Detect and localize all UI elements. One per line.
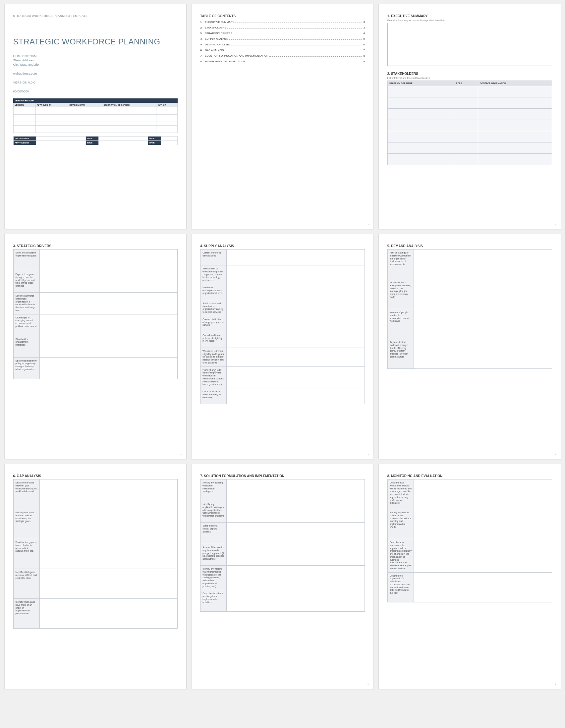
row-label: Identify any factors that might impede t… <box>200 566 227 590</box>
page-7: 6. GAP ANALYSIS Describe the gaps betwee… <box>4 464 187 689</box>
page-5: 4. SUPPLY ANALYSIS Current workforce dem… <box>191 234 374 459</box>
row-field <box>414 250 552 279</box>
toc-page: 9 <box>363 60 365 63</box>
page-number: 7 <box>180 683 182 686</box>
page-8: 7. SOLUTION FORMULATION AND IMPLEMENTATI… <box>191 464 374 689</box>
row-label: Describe how workforce solutions will be… <box>387 479 414 509</box>
row-field <box>414 279 552 309</box>
row-label: Number of employees at each organization… <box>200 284 227 300</box>
toc-name: STAKEHOLDERS <box>205 26 226 29</box>
row-field <box>227 316 365 332</box>
row-field <box>227 590 365 612</box>
approved-by-label: APPROVED BY <box>13 141 36 145</box>
toc-number: 5. <box>200 43 205 46</box>
toc-name: EXECUTIVE SUMMARY <box>205 21 234 24</box>
toc-number: 7. <box>200 54 205 57</box>
row-field <box>227 332 365 348</box>
row-field <box>39 293 177 314</box>
row-label: Workforce retirement eligibility in (X) … <box>200 348 227 366</box>
vh-col-revdate: REVISION DATE <box>68 103 102 107</box>
toc-entry: 7.SOLUTION FORMULATION AND IMPLEMENTATIO… <box>200 54 365 57</box>
exec-summary-box <box>387 23 552 66</box>
row-label: Plans (if any) to fill behind employees … <box>200 366 227 388</box>
title-label-1: TITLE <box>85 137 99 141</box>
stake-col-role: ROLE <box>454 81 478 86</box>
date-line: 00/00/0000 <box>13 89 178 93</box>
row-field <box>414 509 552 539</box>
row-label: Assessment of workforce alignment / supp… <box>200 265 227 284</box>
page-number: 5 <box>367 453 369 456</box>
stake-col-name: STAKEHOLDER NAME <box>387 81 454 86</box>
company-address-block: COMPANY NAME Street Address City, State … <box>13 54 178 67</box>
stakeholders-subtext: List of Internal and External Stakeholde… <box>387 77 552 79</box>
exec-summary-heading: 1. EXECUTIVE SUMMARY <box>387 14 552 18</box>
company-name: COMPANY NAME <box>13 54 178 58</box>
vh-col-author: AUTHOR <box>156 103 178 107</box>
row-label: Specific workforce challenges organizati… <box>13 293 39 314</box>
page-9: 8. MONITORING AND EVALUATION Describe ho… <box>378 464 561 689</box>
row-field <box>227 388 365 404</box>
row-label: Amount of work anticipated per year, bas… <box>387 279 414 309</box>
row-label: Short and long-term organizational goals <box>13 250 39 271</box>
row-label: Expected program changes over the next 1… <box>13 271 39 293</box>
toc-entry: 2.STAKEHOLDERS3 <box>200 26 365 29</box>
monitoring-table: Describe how workforce solutions will be… <box>387 479 552 602</box>
row-label: Prioritize the gaps in terms of what to … <box>13 539 39 569</box>
row-field <box>39 509 177 539</box>
row-field <box>227 366 365 388</box>
row-label: Attrition rates and the effect on organi… <box>200 300 227 316</box>
demand-analysis-table: Plan or strategy to measure workload in … <box>387 249 552 369</box>
version-line: VERSION 0.0.0 <box>13 81 178 84</box>
solution-table: Identify any existing workforce interven… <box>200 479 365 612</box>
row-label: Plan or strategy to measure workload in … <box>387 250 414 279</box>
row-field <box>414 309 552 339</box>
row-label: Identify any factors critical to the suc… <box>387 509 414 539</box>
strategic-drivers-table: Short and long-term organizational goals… <box>13 249 178 379</box>
toc-name: SOLUTION FORMULATION AND IMPLEMENTATION <box>205 54 268 57</box>
toc-page: 7 <box>363 49 365 52</box>
page-1: STRATEGIC WORKFORCE PLANNING TEMPLATE ST… <box>4 4 187 229</box>
page-number: 4 <box>180 453 182 456</box>
stakeholders-table: STAKEHOLDER NAME ROLE CONTACT INFORMATIO… <box>387 81 552 165</box>
row-field <box>39 250 177 271</box>
toc-entry: 5.DEMAND ANALYSIS6 <box>200 43 365 46</box>
row-field <box>39 314 177 336</box>
version-history-table: VERSION APPROVED BY REVISION DATE DESCRI… <box>13 103 178 133</box>
toc-number: 8. <box>200 60 205 63</box>
toc-number: 6. <box>200 49 205 52</box>
row-label: Identify any applicable strategies other… <box>200 501 227 523</box>
page-number: 6 <box>555 453 556 456</box>
row-field <box>39 336 177 357</box>
vh-col-desc: DESCRIPTION OF CHANGE <box>102 103 156 107</box>
row-field <box>39 599 177 629</box>
toc-page: 3 <box>363 26 365 29</box>
page-3: 1. EXECUTIVE SUMMARY Executive Summary f… <box>378 4 561 229</box>
prepared-by-label: PREPARED BY <box>13 137 36 141</box>
toc-name: STRATEGIC DRIVERS <box>205 32 232 35</box>
row-label: Any anticipated workload changes due to … <box>387 339 414 369</box>
exec-summary-subtext: Executive Summary for overall Strategic … <box>387 19 552 22</box>
row-label: Current distribution of employee years o… <box>200 316 227 332</box>
web-address: webaddress.com <box>13 72 178 75</box>
stakeholders-heading: 2. STAKEHOLDERS <box>387 72 552 76</box>
row-label: Number of people needed to accomplish cu… <box>387 309 414 339</box>
row-label: Identify which gaps have more of an effe… <box>13 599 39 629</box>
page-4: 3. STRATEGIC DRIVERS Short and long-term… <box>4 234 187 459</box>
toc-name: MONITORING AND EVALUATION <box>205 60 245 63</box>
row-field <box>39 357 177 379</box>
row-field <box>39 479 177 509</box>
gap-analysis-table: Describe the gaps between your workforce… <box>13 479 178 629</box>
title-label-2: TITLE <box>85 141 99 145</box>
row-label: Upcoming legislative, policy, or regulat… <box>13 357 39 379</box>
row-field <box>227 265 365 284</box>
row-label: Identify which gaps are most difficult a… <box>13 569 39 599</box>
toc-entry: 3.STRATEGIC DRIVERS4 <box>200 32 365 35</box>
row-field <box>414 479 552 509</box>
row-label: Describe short-term and long-term implem… <box>200 590 227 612</box>
toc-number: 4. <box>200 37 205 40</box>
toc-number: 1. <box>200 21 205 24</box>
solution-heading: 7. SOLUTION FORMULATION AND IMPLEMENTATI… <box>200 474 365 478</box>
toc-page: 5 <box>363 37 365 40</box>
row-field <box>227 544 365 566</box>
row-label: Current workforce demographic <box>200 250 227 265</box>
